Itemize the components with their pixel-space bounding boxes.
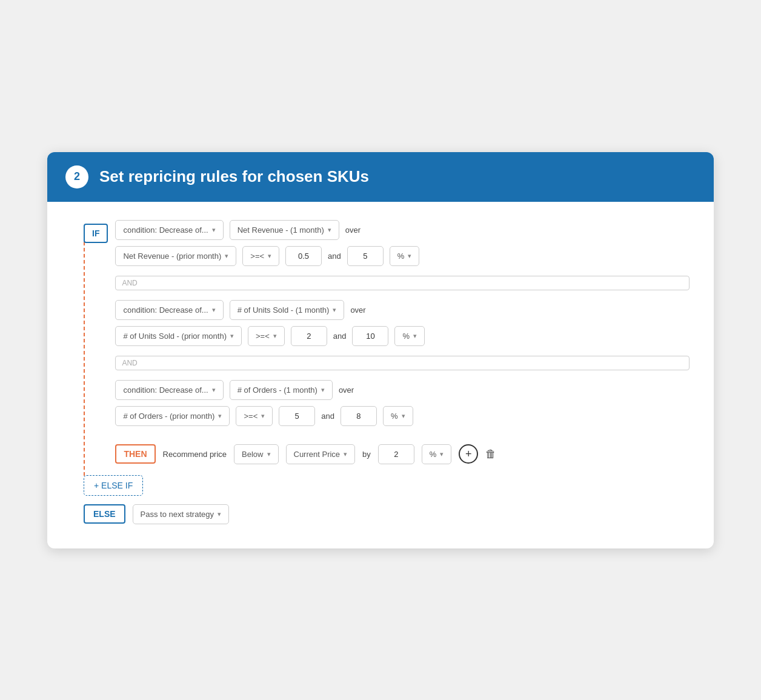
condition2-row1: condition: Decrease of... ▾ # of Units S… <box>115 300 690 320</box>
condition3-and-text: and <box>321 412 334 421</box>
condition3-metric-select[interactable]: # of Orders - (1 month) ▾ <box>230 380 333 400</box>
if-container: IF condition: Decrease of... ▾ Net Reven… <box>84 220 690 464</box>
condition1-and-text: and <box>328 252 341 261</box>
if-label: IF <box>84 224 108 243</box>
delete-then-button[interactable]: 🗑 <box>485 448 496 461</box>
condition2-and-text: and <box>333 332 347 341</box>
then-direction-select[interactable]: Below ▾ <box>234 444 278 464</box>
condition3-unit-select[interactable]: % ▾ <box>383 406 413 426</box>
chevron-down-icon: ▾ <box>333 306 336 314</box>
chevron-down-icon: ▾ <box>225 252 228 260</box>
recommend-price-text: Recommend price <box>163 450 227 459</box>
then-by-text: by <box>362 450 371 459</box>
condition1-unit-select[interactable]: % ▾ <box>390 246 420 266</box>
condition1-metric-select[interactable]: Net Revenue - (1 month) ▾ <box>230 220 339 240</box>
condition3-over-text: over <box>339 385 354 395</box>
chevron-down-icon: ▾ <box>212 386 216 394</box>
chevron-down-icon: ▾ <box>212 306 216 314</box>
header-section: 2 Set repricing rules for chosen SKUs <box>47 152 714 202</box>
rule-block: IF condition: Decrease of... ▾ Net Reven… <box>71 220 690 524</box>
then-reference-select[interactable]: Current Price ▾ <box>286 444 356 464</box>
add-condition-button[interactable]: + <box>459 444 478 464</box>
condition2-compare-select[interactable]: # of Units Sold - (prior month) ▾ <box>115 326 242 346</box>
chevron-down-icon: ▾ <box>413 332 417 340</box>
chevron-down-icon: ▾ <box>321 386 325 394</box>
chevron-down-icon: ▾ <box>218 412 222 420</box>
else-label: ELSE <box>84 504 125 524</box>
chevron-down-icon: ▾ <box>212 226 216 234</box>
step-number: 2 <box>65 165 88 188</box>
content-area: IF condition: Decrease of... ▾ Net Reven… <box>47 202 714 548</box>
chevron-down-icon: ▾ <box>268 252 271 260</box>
condition3-row2: # of Orders - (prior month) ▾ >=< ▾ and … <box>115 406 690 426</box>
chevron-down-icon: ▾ <box>344 450 347 458</box>
and-badge-1: AND <box>115 276 690 290</box>
then-value-input[interactable] <box>378 444 414 464</box>
condition3-condition-select[interactable]: condition: Decrease of... ▾ <box>115 380 223 400</box>
chevron-down-icon: ▾ <box>408 252 411 260</box>
chevron-down-icon: ▾ <box>261 412 265 420</box>
condition2-over-text: over <box>350 305 365 315</box>
else-if-button[interactable]: + ELSE IF <box>84 475 143 496</box>
condition2-condition-select[interactable]: condition: Decrease of... ▾ <box>115 300 223 320</box>
condition2-operator-select[interactable]: >=< ▾ <box>248 326 285 346</box>
condition3-value2-input[interactable] <box>341 406 377 426</box>
condition2-unit-select[interactable]: % ▾ <box>394 326 425 346</box>
chevron-down-icon: ▾ <box>328 226 331 234</box>
chevron-down-icon: ▾ <box>267 450 271 458</box>
condition1-compare-select[interactable]: Net Revenue - (prior month) ▾ <box>115 246 236 266</box>
condition3-value1-input[interactable] <box>279 406 315 426</box>
else-action-select[interactable]: Pass to next strategy ▾ <box>133 504 229 524</box>
condition1-row1: condition: Decrease of... ▾ Net Revenue … <box>115 220 690 240</box>
condition2-metric-select[interactable]: # of Units Sold - (1 month) ▾ <box>230 300 345 320</box>
and-badge-2: AND <box>115 356 690 370</box>
chevron-down-icon: ▾ <box>218 510 221 518</box>
condition1-value1-input[interactable] <box>285 246 322 266</box>
condition1-condition-select[interactable]: condition: Decrease of... ▾ <box>115 220 223 240</box>
chevron-down-icon: ▾ <box>230 332 234 340</box>
chevron-down-icon: ▾ <box>440 450 444 458</box>
condition1-value2-input[interactable] <box>347 246 384 266</box>
condition3-compare-select[interactable]: # of Orders - (prior month) ▾ <box>115 406 230 426</box>
chevron-down-icon: ▾ <box>402 412 405 420</box>
condition2-row2: # of Units Sold - (prior month) ▾ >=< ▾ … <box>115 326 690 346</box>
condition2-value2-input[interactable] <box>352 326 388 346</box>
condition3-operator-select[interactable]: >=< ▾ <box>236 406 273 426</box>
condition1-over-text: over <box>345 225 361 235</box>
then-label: THEN <box>115 444 155 464</box>
condition1-row2: Net Revenue - (prior month) ▾ >=< ▾ and … <box>115 246 690 266</box>
condition3-row1: condition: Decrease of... ▾ # of Orders … <box>115 380 690 400</box>
condition2-value1-input[interactable] <box>291 326 327 346</box>
conditions-block: condition: Decrease of... ▾ Net Revenue … <box>115 220 690 464</box>
condition1-operator-select[interactable]: >=< ▾ <box>242 246 279 266</box>
chevron-down-icon: ▾ <box>273 332 277 340</box>
else-row: ELSE Pass to next strategy ▾ <box>84 504 690 524</box>
main-card: 2 Set repricing rules for chosen SKUs IF… <box>47 152 714 548</box>
page-title: Set repricing rules for chosen SKUs <box>99 167 369 186</box>
then-unit-select[interactable]: % ▾ <box>422 444 452 464</box>
then-row: THEN Recommend price Below ▾ Current Pri… <box>115 444 690 464</box>
